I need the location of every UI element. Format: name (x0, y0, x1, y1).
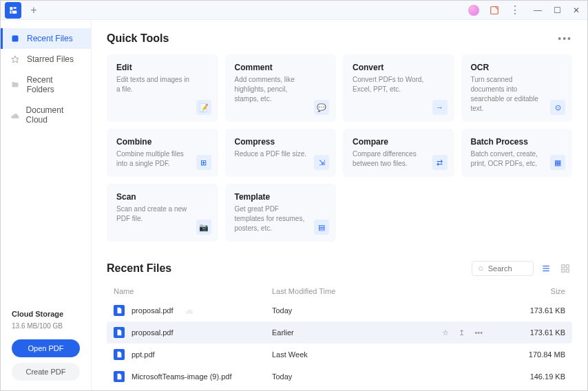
upload-action-icon[interactable]: ↥ (459, 328, 465, 337)
file-time: Earlier (272, 328, 442, 337)
file-row[interactable]: proposal.pdf Today 173.61 KB (107, 299, 572, 321)
tool-title: Batch Process (471, 137, 563, 147)
folder-icon (10, 80, 20, 89)
svg-point-3 (479, 266, 482, 270)
file-time: Today (272, 306, 510, 315)
maximize-button[interactable]: ☐ (547, 1, 567, 20)
star-icon (10, 54, 20, 64)
file-list: proposal.pdf Today 173.61 KB proposal.pd… (107, 299, 572, 390)
titlebar: + ⋮ — ☐ ✕ (1, 1, 587, 20)
sidebar: Recent Files Starred Files Recent Folder… (1, 20, 92, 390)
pdf-file-icon (114, 327, 125, 338)
pdf-file-icon (114, 349, 125, 360)
tool-compare[interactable]: Compare Compare differences between two … (343, 129, 454, 177)
tool-title: Edit (116, 63, 209, 72)
svg-rect-1 (12, 36, 19, 42)
app-logo (5, 2, 21, 19)
cloud-sync-icon (185, 306, 193, 315)
tool-desc: Combine multiple files into a single PDF… (116, 149, 209, 169)
search-input[interactable] (488, 264, 527, 273)
file-time: Last Week (272, 350, 510, 359)
tool-compress[interactable]: Compress Reduce a PDF file size. ⇲ (225, 129, 337, 177)
tool-icon: ▤ (314, 220, 329, 235)
search-box[interactable] (472, 261, 534, 276)
new-tab-button[interactable]: + (25, 2, 42, 19)
svg-line-4 (482, 269, 483, 271)
tool-icon: 📝 (196, 100, 211, 115)
svg-rect-10 (562, 269, 565, 272)
open-pdf-button[interactable]: Open PDF (12, 339, 80, 357)
close-button[interactable]: ✕ (567, 1, 586, 20)
cloud-storage-usage: 13.6 MB/100 GB (12, 322, 80, 330)
tool-desc: Get great PDF templates for resumes, pos… (235, 204, 327, 233)
notification-icon[interactable] (487, 3, 502, 18)
create-pdf-button[interactable]: Create PDF (12, 363, 80, 381)
file-row[interactable]: science-copy.pdf Earlier 301.57 KB (107, 388, 572, 390)
tool-title: Comment (235, 63, 327, 72)
tool-combine[interactable]: Combine Combine multiple files into a si… (107, 129, 218, 177)
tool-title: Template (235, 192, 327, 202)
file-row[interactable]: proposal.pdf Earlier ☆↥••• 173.61 KB (107, 321, 572, 344)
tool-icon: 📷 (196, 220, 211, 235)
recent-icon (10, 34, 20, 43)
sidebar-item-starred-files[interactable]: Starred Files (1, 49, 91, 70)
tool-desc: Compare differences between two files. (353, 149, 445, 169)
more-action-icon[interactable]: ••• (474, 328, 483, 337)
sidebar-item-label: Document Cloud (26, 105, 81, 125)
svg-rect-9 (566, 265, 569, 268)
tool-title: Compress (235, 137, 327, 147)
pdf-file-icon (114, 305, 125, 316)
sidebar-item-document-cloud[interactable]: Document Cloud (1, 100, 91, 130)
tool-edit[interactable]: Edit Edit texts and images in a file. 📝 (107, 54, 218, 122)
sidebar-item-recent-folders[interactable]: Recent Folders (1, 70, 91, 100)
tool-ocr[interactable]: OCR Turn scanned documents into searchab… (461, 54, 573, 122)
file-name: ppt.pdf (132, 350, 155, 359)
row-actions: ☆↥••• (442, 328, 483, 337)
tool-convert[interactable]: Convert Convert PDFs to Word, Excel, PPT… (343, 54, 454, 122)
minimize-button[interactable]: — (528, 1, 547, 20)
tool-icon: ⇄ (432, 155, 448, 170)
table-header: Name Last Modified Time Size (107, 283, 572, 299)
file-name: proposal.pdf (132, 306, 174, 315)
tool-icon: ⊙ (550, 100, 565, 115)
quick-tools-title: Quick Tools (107, 32, 169, 45)
tool-title: OCR (471, 63, 563, 72)
tool-batch-process[interactable]: Batch Process Batch convert, create, pri… (461, 129, 573, 177)
tool-icon: ▦ (550, 155, 565, 170)
tool-icon: ⇲ (314, 155, 329, 170)
quick-tools-more-icon[interactable]: ••• (558, 33, 572, 44)
tool-icon: ⊞ (196, 155, 211, 170)
kebab-menu-icon[interactable]: ⋮ (507, 3, 523, 18)
header-name: Name (114, 287, 272, 295)
tool-desc: Reduce a PDF file size. (235, 149, 327, 159)
file-time: Today (272, 372, 510, 381)
star-action-icon[interactable]: ☆ (442, 328, 449, 337)
recent-files-title: Recent Files (107, 262, 171, 275)
file-name: MicrosoftTeams-image (9).pdf (132, 372, 232, 381)
tool-desc: Add comments, like highlights, pencil, s… (235, 75, 327, 104)
tool-desc: Turn scanned documents into searchable o… (471, 75, 563, 114)
search-icon (478, 265, 484, 273)
cloud-storage-section: Cloud Storage 13.6 MB/100 GB Open PDF Cr… (1, 310, 91, 390)
file-row[interactable]: MicrosoftTeams-image (9).pdf Today 146.1… (107, 366, 572, 388)
main-content: Quick Tools ••• Edit Edit texts and imag… (92, 20, 587, 390)
svg-marker-2 (12, 56, 19, 63)
list-view-icon[interactable] (539, 262, 553, 275)
sidebar-item-recent-files[interactable]: Recent Files (1, 28, 91, 49)
tool-template[interactable]: Template Get great PDF templates for res… (225, 184, 337, 242)
tool-scan[interactable]: Scan Scan and create a new PDF file. 📷 (107, 184, 218, 242)
file-size: 170.84 MB (510, 350, 565, 359)
sidebar-item-label: Starred Files (27, 54, 74, 64)
profile-badge-icon[interactable] (466, 3, 481, 18)
tool-desc: Batch convert, create, print, OCR PDFs, … (471, 149, 563, 169)
tool-desc: Edit texts and images in a file. (116, 75, 209, 94)
tool-comment[interactable]: Comment Add comments, like highlights, p… (225, 54, 337, 122)
tool-icon: 💬 (314, 100, 329, 115)
file-row[interactable]: ppt.pdf Last Week 170.84 MB (107, 344, 572, 366)
file-size: 173.61 KB (510, 306, 565, 315)
grid-view-icon[interactable] (558, 262, 572, 275)
tool-title: Scan (116, 192, 209, 202)
sidebar-item-label: Recent Files (27, 34, 73, 43)
tools-grid: Edit Edit texts and images in a file. 📝C… (107, 54, 572, 242)
file-name: proposal.pdf (132, 328, 174, 337)
